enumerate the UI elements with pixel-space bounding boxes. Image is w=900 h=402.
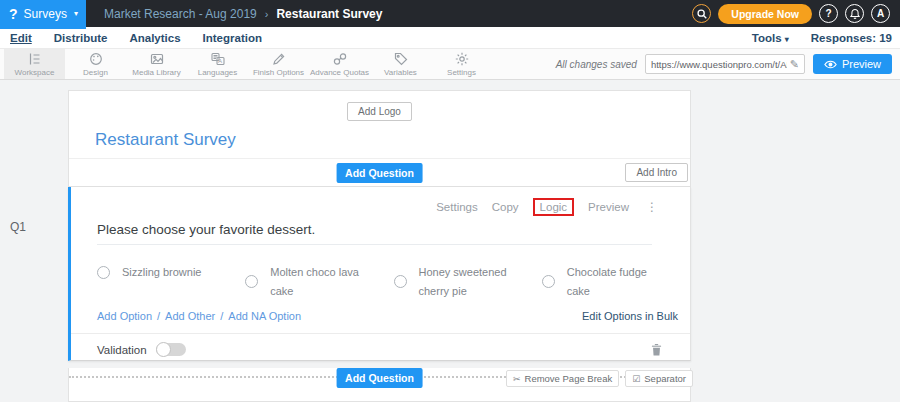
toolbar-item-variables[interactable]: Variables — [370, 49, 431, 79]
toolbar-item-design[interactable]: Design — [65, 49, 126, 79]
autosave-status: All changes saved — [556, 59, 637, 70]
help-button[interactable]: ? — [819, 4, 838, 23]
option-label[interactable]: Sizzling brownie — [122, 263, 212, 282]
questionpro-logo: ? — [9, 6, 18, 22]
add-other-link[interactable]: Add Other — [165, 310, 215, 322]
option-molten-choco-lava-cake: Molten choco lava cake — [245, 263, 393, 300]
toolbar-right: All changes saved ✎ Preview — [556, 49, 900, 79]
subnav-tabs: Edit Distribute Analytics Integration — [0, 32, 262, 44]
option-links-row: Add Option / Add Other / Add NA Option E… — [97, 310, 678, 322]
question-logic-link[interactable]: Logic — [533, 198, 575, 216]
question-actions: Settings Copy Logic Preview ⋮ — [71, 187, 690, 218]
question-block-q1: Settings Copy Logic Preview ⋮ Please cho… — [68, 187, 691, 361]
tab-integration[interactable]: Integration — [203, 32, 262, 44]
toolbar-item-workspace[interactable]: Workspace — [4, 49, 65, 79]
tag-icon — [393, 51, 409, 67]
tab-edit[interactable]: Edit — [10, 32, 32, 44]
chevron-down-icon: ▾ — [785, 35, 789, 44]
radio-button[interactable] — [245, 275, 258, 288]
preview-label: Preview — [842, 58, 881, 70]
tab-analytics[interactable]: Analytics — [129, 32, 180, 44]
avatar[interactable]: A — [871, 4, 890, 23]
tab-distribute[interactable]: Distribute — [54, 32, 108, 44]
toolbar-item-finish-options[interactable]: Finish Options — [248, 49, 309, 79]
edit-url-icon[interactable]: ✎ — [790, 58, 804, 71]
question-number: Q1 — [10, 220, 26, 234]
search-button[interactable] — [692, 4, 711, 23]
search-icon — [696, 8, 708, 20]
separator-label: Separator — [644, 373, 686, 384]
breadcrumb-current: Restaurant Survey — [276, 7, 382, 21]
topbar-actions: Upgrade Now ? A — [692, 4, 900, 24]
intro-row: Add Question Add Intro — [69, 159, 690, 187]
workspace-icon — [27, 51, 43, 67]
option-label[interactable]: Chocolate fudge cake — [567, 263, 657, 300]
toolbar-item-languages[interactable]: A Languages — [187, 49, 248, 79]
option-label[interactable]: Honey sweetened cherry pie — [419, 263, 509, 300]
remove-page-break-label: Remove Page Break — [525, 373, 613, 384]
radio-button[interactable] — [542, 275, 555, 288]
gear-icon — [454, 51, 470, 67]
delete-question-button[interactable] — [651, 343, 662, 356]
image-icon — [149, 51, 165, 67]
page-break-icon: ✂ — [513, 374, 521, 384]
add-option-link[interactable]: Add Option — [97, 310, 152, 322]
question-text[interactable]: Please choose your favorite dessert. — [97, 222, 652, 245]
survey-url-box: ✎ — [645, 54, 805, 74]
page-break-chips: ✂ Remove Page Break ☑ Separator — [506, 370, 693, 387]
link-separator: / — [220, 310, 223, 322]
breadcrumb: Market Research - Aug 2019 › Restaurant … — [104, 7, 382, 21]
upgrade-now-button[interactable]: Upgrade Now — [718, 4, 812, 24]
page-break-gap — [68, 361, 691, 368]
edit-options-in-bulk-link[interactable]: Edit Options in Bulk — [582, 310, 678, 322]
link-separator: / — [157, 310, 160, 322]
toggle-knob — [156, 342, 171, 357]
add-option-links: Add Option / Add Other / Add NA Option — [97, 310, 301, 322]
quota-links-icon — [332, 51, 348, 67]
answer-options: Sizzling brownie Molten choco lava cake … — [97, 263, 690, 300]
bell-icon — [849, 8, 861, 20]
add-intro-button[interactable]: Add Intro — [625, 163, 688, 182]
title-row: Restaurant Survey — [69, 121, 690, 159]
subnav-right: Tools ▾ Responses: 19 — [752, 32, 900, 44]
add-logo-button[interactable]: Add Logo — [347, 102, 412, 121]
trash-icon — [651, 343, 662, 356]
survey-url-input[interactable] — [646, 59, 790, 70]
question-preview-link[interactable]: Preview — [588, 201, 629, 213]
toolbar-item-settings[interactable]: Settings — [431, 49, 492, 79]
radio-button[interactable] — [394, 275, 407, 288]
subnav: Edit Distribute Analytics Integration To… — [0, 27, 900, 48]
radio-button[interactable] — [97, 266, 110, 279]
separator-toggle-button[interactable]: ☑ Separator — [625, 370, 693, 387]
workspace-canvas: Q1 Add Logo Restaurant Survey Add Questi… — [0, 80, 900, 402]
notifications-button[interactable] — [845, 4, 864, 23]
add-question-button-top[interactable]: Add Question — [336, 163, 423, 183]
responses-count[interactable]: Responses: 19 — [811, 32, 892, 44]
question-copy-link[interactable]: Copy — [492, 201, 519, 213]
logo-row: Add Logo — [69, 91, 690, 121]
page-break-section: Add Question ✂ Remove Page Break ☑ Separ… — [68, 368, 691, 402]
surveys-product-menu[interactable]: ? Surveys ▾ — [0, 0, 86, 27]
breadcrumb-parent-link[interactable]: Market Research - Aug 2019 — [104, 7, 257, 21]
preview-button[interactable]: Preview — [813, 54, 892, 74]
option-sizzling-brownie: Sizzling brownie — [97, 263, 245, 282]
checked-checkbox-icon: ☑ — [632, 374, 640, 384]
survey-header-card: Add Logo Restaurant Survey Add Question … — [68, 90, 691, 187]
add-question-button-bottom[interactable]: Add Question — [336, 368, 423, 388]
question-settings-link[interactable]: Settings — [436, 201, 478, 213]
toolbar-item-advance-quotas[interactable]: Advance Quotas — [309, 49, 370, 79]
option-label[interactable]: Molten choco lava cake — [270, 263, 360, 300]
survey-title[interactable]: Restaurant Survey — [95, 130, 236, 150]
remove-page-break-button[interactable]: ✂ Remove Page Break — [506, 370, 619, 387]
more-options-icon[interactable]: ⋮ — [646, 200, 658, 214]
validation-toggle[interactable] — [156, 343, 186, 356]
pen-icon — [271, 51, 287, 67]
breadcrumb-separator: › — [265, 8, 269, 20]
toolbar-item-media-library[interactable]: Media Library — [126, 49, 187, 79]
add-na-option-link[interactable]: Add NA Option — [228, 310, 301, 322]
svg-text:A: A — [217, 58, 221, 64]
tools-menu[interactable]: Tools ▾ — [752, 32, 789, 44]
translate-icon: A — [210, 51, 226, 67]
question-footer: Validation — [71, 333, 690, 356]
option-honey-sweetened-cherry-pie: Honey sweetened cherry pie — [394, 263, 542, 300]
